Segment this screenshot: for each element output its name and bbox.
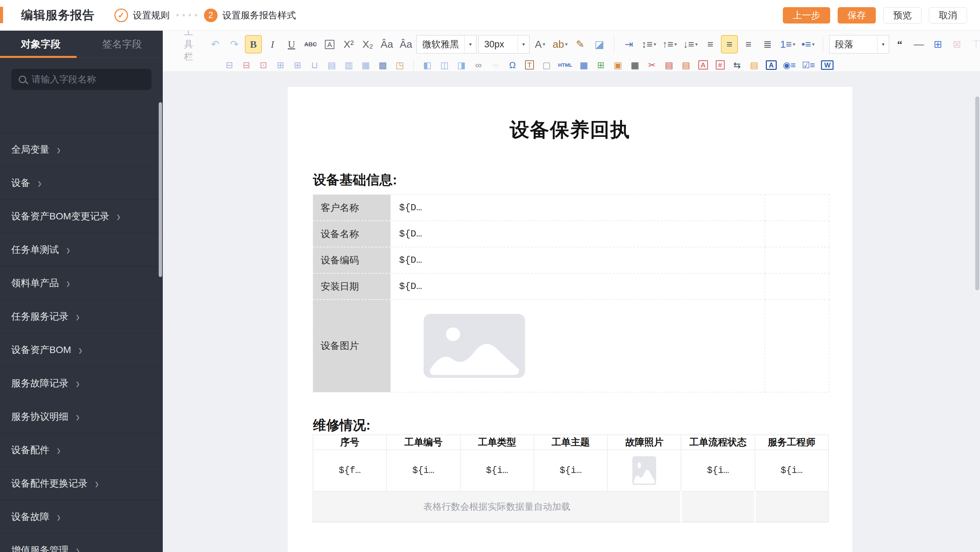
column-header[interactable]: 工单流程状态 bbox=[681, 435, 754, 450]
column-header[interactable]: 工单类型 bbox=[460, 435, 534, 450]
eraser-icon[interactable]: ◪ bbox=[591, 35, 608, 54]
merge-cells-icon[interactable]: ⊔ bbox=[307, 59, 322, 72]
format-painter-icon[interactable]: ✎ bbox=[572, 35, 589, 54]
blockquote-icon[interactable]: “ bbox=[891, 35, 908, 54]
doc-template-1-icon[interactable]: ▤ bbox=[662, 59, 676, 72]
subscript-icon[interactable]: X₂ bbox=[359, 35, 376, 54]
record-value-cell[interactable]: ${i… bbox=[755, 450, 829, 491]
page-break-icon[interactable]: ⇆ bbox=[730, 59, 745, 72]
field-value-cell[interactable]: ${D… bbox=[391, 221, 765, 247]
sidebar-item[interactable]: 领料单产品› bbox=[0, 266, 163, 300]
uppercase-icon[interactable]: Âa bbox=[378, 35, 395, 54]
field-value-cell[interactable]: ${D… bbox=[391, 195, 765, 221]
sidebar-item[interactable]: 设备› bbox=[0, 166, 163, 200]
indent-icon[interactable]: ⇥ bbox=[620, 35, 638, 54]
sidebar-item[interactable]: 设备配件› bbox=[0, 434, 163, 467]
table-layout-icon[interactable]: ▦ bbox=[576, 59, 592, 72]
field-label-cell[interactable]: 安装日期 bbox=[313, 273, 391, 300]
sidebar-item[interactable]: 服务协议明细› bbox=[0, 400, 163, 434]
column-header[interactable]: 序号 bbox=[313, 435, 387, 450]
merge-down-icon[interactable]: ⊞ bbox=[290, 59, 305, 72]
field-label-cell[interactable]: 客户名称 bbox=[313, 195, 391, 221]
image-align-right-icon[interactable]: ◨ bbox=[454, 59, 469, 72]
align-center-icon[interactable]: ≡ bbox=[721, 35, 738, 54]
field-label-cell[interactable]: 设备图片 bbox=[313, 300, 391, 392]
preview-button[interactable]: 预览 bbox=[883, 7, 921, 24]
undo-icon[interactable]: ↶ bbox=[207, 35, 224, 54]
paragraph-format-select[interactable]: 段落▾ bbox=[829, 35, 889, 54]
superscript-icon[interactable]: X² bbox=[340, 35, 357, 54]
delete-row-icon[interactable]: ⊟ bbox=[239, 59, 254, 72]
sidebar-item[interactable]: 设备资产BOM› bbox=[0, 333, 163, 367]
record-value-cell[interactable]: ${f… bbox=[313, 450, 387, 491]
spacing-above-icon[interactable]: ↑≡▾ bbox=[660, 35, 679, 54]
checkbox-list-icon[interactable]: ☑≡ bbox=[800, 59, 817, 72]
new-document-icon[interactable]: ▢ bbox=[539, 59, 554, 72]
column-properties-icon[interactable]: ▥ bbox=[341, 59, 356, 72]
image-align-left-icon[interactable]: ◧ bbox=[420, 59, 435, 72]
highlight-color-icon[interactable]: ab▾ bbox=[550, 35, 570, 54]
prev-step-button[interactable]: 上一步 bbox=[783, 7, 830, 24]
ordered-list-icon[interactable]: 1≡▾ bbox=[778, 35, 797, 54]
delete-table-icon[interactable]: ⊠ bbox=[948, 35, 966, 54]
html-source-icon[interactable]: HTML bbox=[556, 59, 574, 72]
merge-right-icon[interactable]: ⊞ bbox=[273, 59, 288, 72]
text-frame-icon[interactable]: A bbox=[764, 59, 779, 72]
repair-records-table[interactable]: 序号工单编号工单类型工单主题故障照片工单流程状态服务工程师 ${f…${i…${… bbox=[313, 434, 829, 522]
justify-icon[interactable]: ≣ bbox=[759, 35, 776, 54]
empty-cell[interactable] bbox=[765, 247, 829, 273]
sidebar-item[interactable]: 任务单测试› bbox=[0, 233, 163, 266]
underline-icon[interactable]: U bbox=[283, 35, 300, 54]
align-left-icon[interactable]: ≡ bbox=[702, 35, 719, 54]
sidebar-item[interactable]: 任务服务记录› bbox=[0, 300, 163, 333]
row-properties-icon[interactable]: ▤ bbox=[324, 59, 339, 72]
field-search-input[interactable]: 请输入字段名称 bbox=[11, 69, 151, 90]
record-value-cell[interactable]: ${i… bbox=[681, 450, 754, 491]
field-label-cell[interactable]: 设备编码 bbox=[313, 247, 391, 273]
table-insert-plus-icon[interactable]: ⊞ bbox=[593, 59, 608, 72]
section2-heading[interactable]: 维修情况: bbox=[313, 416, 371, 434]
save-button[interactable]: 保存 bbox=[838, 7, 876, 24]
word-import-icon[interactable]: W bbox=[819, 59, 835, 72]
line-height-icon[interactable]: ↕≡▾ bbox=[640, 35, 658, 54]
column-header[interactable]: 服务工程师 bbox=[755, 435, 829, 450]
paste-text-icon[interactable]: T bbox=[522, 59, 537, 72]
cell-properties-icon[interactable]: ▦ bbox=[358, 59, 373, 72]
empty-cell[interactable] bbox=[765, 195, 829, 221]
qr-code-icon[interactable]: ▦ bbox=[628, 59, 643, 72]
lowercase-icon[interactable]: Âa bbox=[398, 35, 414, 54]
document-title[interactable]: 设备保养回执 bbox=[288, 117, 852, 143]
bullet-list-icon[interactable]: •≡▾ bbox=[800, 35, 817, 54]
tab-object-fields[interactable]: 对象字段 bbox=[0, 31, 81, 57]
strikethrough-icon[interactable]: ABC bbox=[302, 35, 319, 54]
device-info-table[interactable]: 客户名称${D…设备名称${D…设备编码${D…安装日期${D…设备图片 bbox=[313, 194, 829, 392]
horizontal-rule-icon[interactable]: — bbox=[910, 35, 927, 54]
device-image-placeholder[interactable] bbox=[423, 314, 525, 378]
insert-column-icon[interactable]: ⊟ bbox=[222, 59, 237, 72]
cut-icon[interactable]: ✂ bbox=[644, 59, 660, 72]
align-right-icon[interactable]: ≡ bbox=[740, 35, 757, 54]
empty-cell[interactable] bbox=[765, 221, 829, 247]
column-header[interactable]: 工单编号 bbox=[387, 435, 460, 450]
link-icon[interactable]: ∞ bbox=[471, 59, 486, 72]
italic-icon[interactable]: I bbox=[264, 35, 281, 54]
sidebar-scrollbar[interactable] bbox=[159, 102, 162, 277]
image-properties-icon[interactable]: ◳ bbox=[392, 59, 407, 72]
document-page[interactable]: 设备保养回执 设备基础信息: 客户名称${D…设备名称${D…设备编码${D…安… bbox=[288, 87, 852, 552]
insert-image-icon[interactable]: ▣ bbox=[611, 59, 625, 72]
sidebar-item[interactable]: 增值服务管理› bbox=[0, 534, 163, 552]
font-family-select[interactable]: 微软雅黑▾ bbox=[417, 35, 476, 54]
doc-template-2-icon[interactable]: ▤ bbox=[679, 59, 694, 72]
field-label-cell[interactable]: 设备名称 bbox=[313, 221, 391, 247]
canvas-scrollbar[interactable] bbox=[975, 96, 979, 290]
section1-heading[interactable]: 设备基础信息: bbox=[313, 171, 397, 189]
sidebar-item[interactable]: 设备资产BOM变更记录› bbox=[0, 200, 163, 233]
fault-photo-placeholder[interactable] bbox=[632, 456, 656, 485]
empty-cell[interactable] bbox=[765, 273, 829, 300]
field-value-cell[interactable]: ${D… bbox=[391, 247, 765, 273]
record-value-cell[interactable]: ${i… bbox=[387, 450, 460, 491]
table-title-icon[interactable]: ⊤ bbox=[967, 35, 980, 54]
sidebar-item[interactable]: 服务故障记录› bbox=[0, 367, 163, 400]
cancel-button[interactable]: 取消 bbox=[929, 7, 967, 24]
char-border-icon[interactable]: A bbox=[321, 35, 338, 54]
